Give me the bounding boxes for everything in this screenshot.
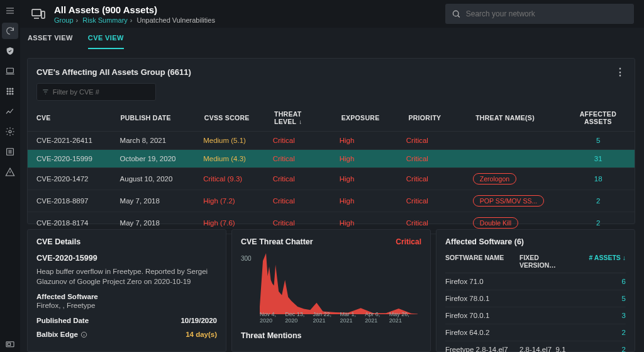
col-threat[interactable]: THREAT LEVEL↓ [265, 105, 333, 132]
more-icon[interactable]: ⋮ [615, 66, 626, 78]
chart-xtick: May 26, 2021 [389, 311, 418, 324]
col-cve[interactable]: CVE [28, 105, 111, 132]
tab-asset-view[interactable]: ASSET VIEW [28, 28, 73, 49]
aff-sw-value: Firefox, , Freetype [36, 300, 217, 310]
details-cve-id: CVE-2020-15999 [36, 254, 217, 263]
warning-icon[interactable] [2, 164, 18, 180]
pub-label: Published Date [36, 317, 89, 324]
chart-xtick: Jan 22, 2021 [313, 311, 340, 324]
breadcrumb: Group› Risk Summary› Unpatched Vulnerabi… [54, 16, 215, 24]
chart-xtick: Nov 4, 2020 [260, 311, 285, 324]
chatter-chart: 300 Nov 4, 2020Dec 13, 2020Jan 22, 2021M… [241, 251, 421, 324]
affected-software-panel: Affected Software (6) SOFTWARE NAME FIXE… [436, 229, 635, 352]
cve-filter-input[interactable] [53, 88, 150, 96]
cve-panel-title: CVE's Affecting All Assets Group (6611) [36, 67, 191, 77]
aff-sw-label: Affected Software [36, 293, 98, 300]
svg-point-8 [9, 93, 11, 94]
svg-point-4 [7, 91, 8, 92]
svg-rect-0 [7, 68, 14, 72]
gear-icon[interactable] [2, 123, 18, 140]
cve-filter[interactable] [36, 83, 156, 101]
svg-point-1 [7, 88, 8, 89]
col-soft-ver[interactable]: FIXED VERSION… [519, 254, 570, 269]
svg-point-5 [9, 91, 11, 92]
chart-ytick: 300 [241, 255, 252, 262]
svg-rect-15 [42, 11, 45, 18]
table-row[interactable]: CVE-2018-8897May 7, 2018High (7.2)Critic… [28, 190, 635, 212]
svg-point-16 [453, 11, 458, 16]
table-row[interactable]: CVE-2021-26411March 8, 2021Medium (5.1)C… [28, 132, 635, 150]
search-icon [452, 9, 461, 19]
list-item[interactable]: Firefox 64.0.22 [445, 324, 626, 341]
soft-title: Affected Software (6) [445, 237, 626, 246]
chart-xtick: Mar 1, 2021 [340, 311, 365, 324]
view-tabs: ASSET VIEW CVE VIEW [20, 28, 124, 49]
threat-chatter-panel: CVE Threat Chatter Critical 300 Nov 4, 2… [231, 229, 431, 352]
breadcrumb-item[interactable]: Risk Summary [82, 16, 128, 24]
threat-mentions-title: Threat Mentions [241, 331, 421, 340]
table-row[interactable]: CVE-2020-15999October 19, 2020Medium (4.… [28, 150, 635, 168]
devices-icon [28, 3, 49, 25]
sort-desc-icon: ↓ [299, 118, 302, 125]
list-icon[interactable] [2, 144, 18, 160]
tab-cve-view[interactable]: CVE VIEW [88, 28, 124, 49]
chatter-level: Critical [396, 237, 421, 246]
breadcrumb-item[interactable]: Group [54, 16, 74, 24]
threat-pill[interactable]: Zerologon [473, 173, 516, 185]
details-desc: Heap buffer overflow in Freetype. Report… [36, 266, 217, 287]
cve-details-panel: CVE Details CVE-2020-15999 Heap buffer o… [27, 229, 226, 352]
svg-point-6 [12, 91, 13, 92]
filter-icon [42, 88, 49, 96]
search-input[interactable] [466, 9, 628, 18]
edge-value: 14 day(s) [186, 331, 217, 338]
svg-marker-19 [260, 253, 418, 314]
pub-value: 10/19/2020 [180, 317, 217, 324]
refresh-icon[interactable] [2, 23, 18, 39]
trend-icon[interactable] [2, 103, 18, 120]
laptop-icon[interactable] [2, 63, 18, 79]
svg-rect-14 [32, 9, 41, 16]
threat-pill[interactable]: POP SS/MOV SS... [473, 195, 544, 207]
col-assets[interactable]: AFFECTED ASSETS [558, 105, 635, 132]
shield-icon[interactable] [2, 43, 18, 59]
page-header: All Assets (900 Assets) Group› Risk Summ… [20, 0, 644, 28]
svg-point-3 [12, 88, 13, 89]
svg-point-9 [12, 93, 13, 94]
svg-point-7 [7, 93, 8, 94]
cve-table: CVE PUBLISH DATE CVSS SCORE THREAT LEVEL… [28, 105, 635, 132]
list-item[interactable]: Firefox 78.0.15 [445, 290, 626, 307]
details-title: CVE Details [36, 237, 217, 246]
col-cvss[interactable]: CVSS SCORE [196, 105, 265, 132]
table-row[interactable]: CVE-2020-1472August 10, 2020Critical (9.… [28, 168, 635, 190]
col-publish[interactable]: PUBLISH DATE [111, 105, 195, 132]
col-priority[interactable]: PRIORITY [399, 105, 467, 132]
col-threat-name[interactable]: THREAT NAME(S) [467, 105, 558, 132]
page-title: All Assets (900 Assets) [54, 4, 215, 15]
list-item[interactable]: Firefox 70.0.13 [445, 307, 626, 324]
svg-point-2 [9, 88, 11, 89]
layout-icon[interactable] [2, 336, 18, 352]
search-box[interactable] [445, 4, 634, 24]
col-soft-assets[interactable]: # ASSETS ↓ [570, 254, 626, 269]
menu-icon[interactable] [2, 3, 18, 19]
nav-rail [0, 0, 20, 352]
list-item[interactable]: Freetype 2.8-14.el72.8-14.el7_9.12 [445, 341, 626, 352]
col-soft-name[interactable]: SOFTWARE NAME [445, 254, 519, 269]
threat-pill[interactable]: Double Kill [473, 217, 518, 229]
info-icon[interactable] [80, 331, 87, 338]
svg-point-10 [9, 130, 11, 133]
breadcrumb-item: Unpatched Vulnerabilities [137, 16, 215, 24]
edge-label: Balbix Edge [36, 331, 87, 338]
list-item[interactable]: Firefox 71.06 [445, 273, 626, 290]
svg-rect-13 [8, 343, 11, 346]
chart-xtick: Dec 13, 2020 [285, 311, 313, 324]
sort-desc-icon: ↓ [623, 254, 626, 261]
apps-icon[interactable] [2, 83, 18, 99]
cve-table-panel: CVE's Affecting All Assets Group (6611) … [27, 58, 635, 224]
chart-xtick: Apr 6, 2021 [365, 311, 389, 324]
col-exposure[interactable]: EXPOSURE [333, 105, 400, 132]
chatter-title: CVE Threat Chatter [241, 237, 421, 246]
